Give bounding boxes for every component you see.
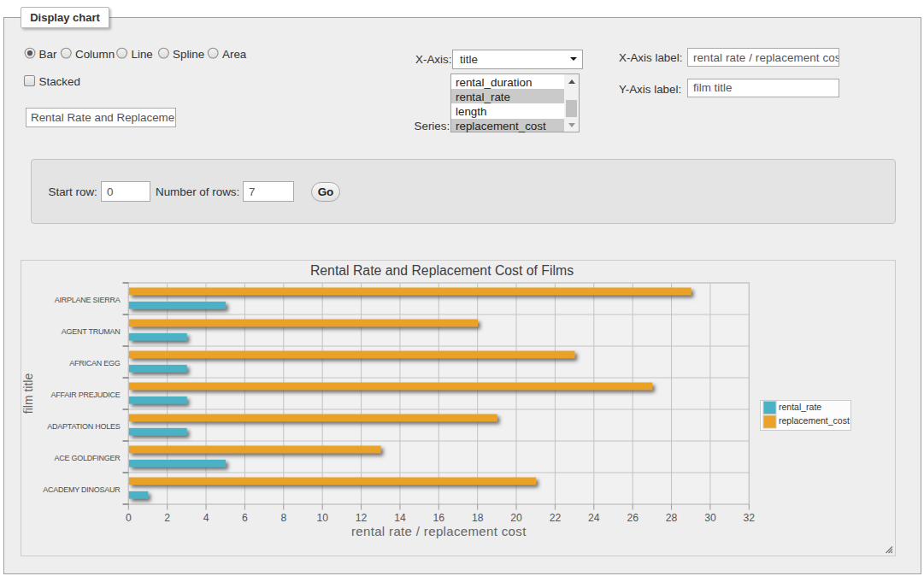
svg-text:12: 12 [356, 512, 368, 524]
svg-text:16: 16 [433, 512, 445, 524]
svg-text:22: 22 [550, 512, 562, 524]
svg-text:20: 20 [510, 512, 522, 524]
svg-text:AFFAIR PREJUDICE: AFFAIR PREJUDICE [50, 391, 120, 399]
svg-text:4: 4 [203, 512, 209, 524]
svg-text:28: 28 [666, 512, 678, 524]
svg-text:rental rate / replacement cost: rental rate / replacement cost [351, 524, 527, 538]
svg-text:ACE GOLDFINGER: ACE GOLDFINGER [54, 454, 121, 462]
svg-text:14: 14 [394, 512, 406, 524]
svg-text:8: 8 [280, 512, 286, 524]
svg-text:AIRPLANE SIERRA: AIRPLANE SIERRA [55, 296, 121, 304]
svg-text:AGENT TRUMAN: AGENT TRUMAN [62, 327, 121, 336]
svg-text:2: 2 [164, 512, 170, 524]
svg-text:rental_rate: rental_rate [779, 402, 821, 412]
svg-text:32: 32 [744, 512, 756, 524]
svg-text:18: 18 [472, 512, 484, 524]
svg-text:0: 0 [126, 512, 132, 524]
svg-text:film title: film title [21, 373, 35, 414]
svg-text:6: 6 [242, 512, 248, 524]
svg-text:replacement_cost: replacement_cost [779, 415, 850, 426]
svg-text:24: 24 [588, 512, 600, 524]
svg-text:Rental Rate and Replacement Co: Rental Rate and Replacement Cost of Film… [310, 263, 574, 278]
svg-text:10: 10 [316, 512, 328, 524]
svg-text:ADAPTATION HOLES: ADAPTATION HOLES [47, 422, 120, 431]
svg-text:26: 26 [627, 512, 639, 524]
svg-text:AFRICAN EGG: AFRICAN EGG [69, 359, 121, 367]
svg-text:ACADEMY DINOSAUR: ACADEMY DINOSAUR [43, 485, 121, 494]
svg-text:30: 30 [704, 512, 716, 524]
